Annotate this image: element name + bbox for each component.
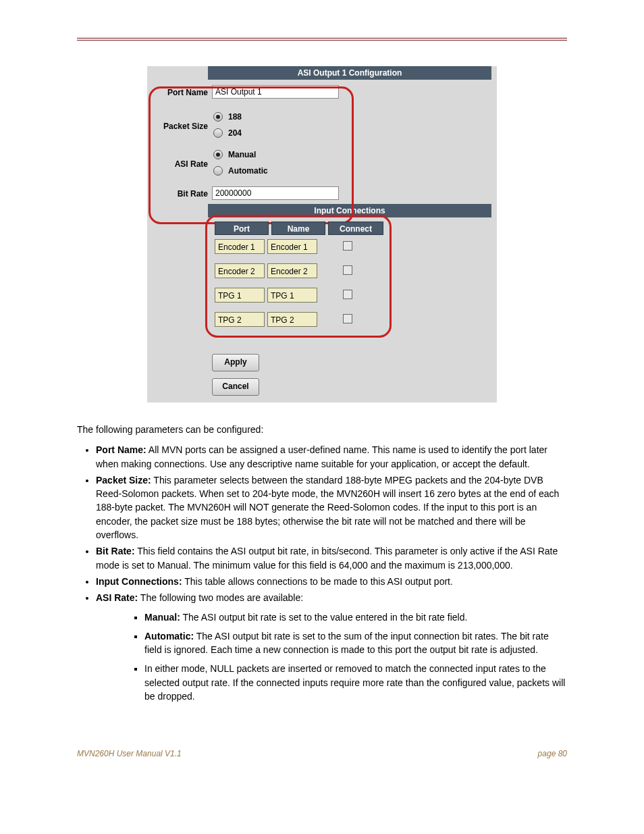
radio-label-manual: Manual [228, 150, 256, 159]
subbullet-manual: Manual: The ASI output bit rate is set t… [144, 610, 567, 624]
radio-packet-204[interactable] [213, 128, 223, 138]
table-row: TPG 1 TPG 1 [215, 288, 497, 303]
label-packet-size: Packet Size [147, 122, 212, 131]
connect-checkbox-tpg2[interactable] [343, 314, 352, 323]
bullet-bit-rate: Bit Rate: This field contains the ASI ou… [96, 544, 567, 572]
name-cell: Encoder 1 [267, 239, 317, 254]
bullet-packet-size: Packet Size: This parameter selects betw… [96, 473, 567, 542]
input-connections-title: Input Connections [208, 204, 491, 217]
table-row: Encoder 1 Encoder 1 [215, 239, 497, 254]
footer-right: page 80 [538, 749, 567, 758]
col-port: Port [215, 221, 269, 235]
radio-asi-automatic[interactable] [213, 166, 223, 176]
name-cell: Encoder 2 [267, 263, 317, 278]
connect-checkbox-tpg1[interactable] [343, 290, 352, 299]
bullet-asi-rate: ASI Rate: The following two modes are av… [96, 591, 567, 604]
bullet-input-connections: Input Connections: This table allows con… [96, 575, 567, 588]
asi-output-config-panel: ASI Output 1 Configuration Port Name Pac… [147, 66, 497, 402]
label-asi-rate: ASI Rate [147, 159, 212, 169]
radio-label-188: 188 [228, 112, 242, 122]
bullet-port-name: Port Name: All MVN ports can be assigned… [96, 443, 567, 471]
connect-checkbox-encoder2[interactable] [343, 265, 352, 275]
horizontal-rule [77, 38, 567, 41]
col-connect: Connect [328, 221, 383, 235]
label-bit-rate: Bit Rate [147, 186, 212, 199]
intro-text: The following parameters can be configur… [77, 423, 567, 436]
port-cell: Encoder 1 [215, 239, 265, 254]
subbullet-automatic: Automatic: The ASI output bit rate is se… [144, 629, 567, 657]
name-cell: TPG 2 [267, 312, 317, 327]
subbullet-note: In either mode, NULL packets are inserte… [144, 662, 567, 703]
table-row: TPG 2 TPG 2 [215, 312, 497, 327]
name-cell: TPG 1 [267, 288, 317, 303]
radio-label-204: 204 [228, 128, 242, 138]
cancel-button[interactable]: Cancel [212, 378, 259, 396]
apply-button[interactable]: Apply [212, 354, 259, 371]
radio-packet-188[interactable] [213, 112, 223, 122]
radio-label-automatic: Automatic [228, 166, 268, 176]
port-cell: Encoder 2 [215, 263, 265, 278]
connect-checkbox-encoder1[interactable] [343, 241, 352, 251]
table-row: Encoder 2 Encoder 2 [215, 263, 497, 278]
bit-rate-input[interactable] [212, 186, 339, 200]
footer-left: MVN260H User Manual V1.1 [77, 749, 182, 758]
config-section-title: ASI Output 1 Configuration [208, 66, 491, 80]
port-cell: TPG 1 [215, 288, 265, 303]
port-cell: TPG 2 [215, 312, 265, 327]
document-body: The following parameters can be configur… [0, 402, 644, 749]
radio-asi-manual[interactable] [213, 150, 223, 159]
col-name: Name [271, 221, 325, 235]
port-name-input[interactable] [212, 85, 339, 99]
label-port-name: Port Name [147, 85, 212, 97]
